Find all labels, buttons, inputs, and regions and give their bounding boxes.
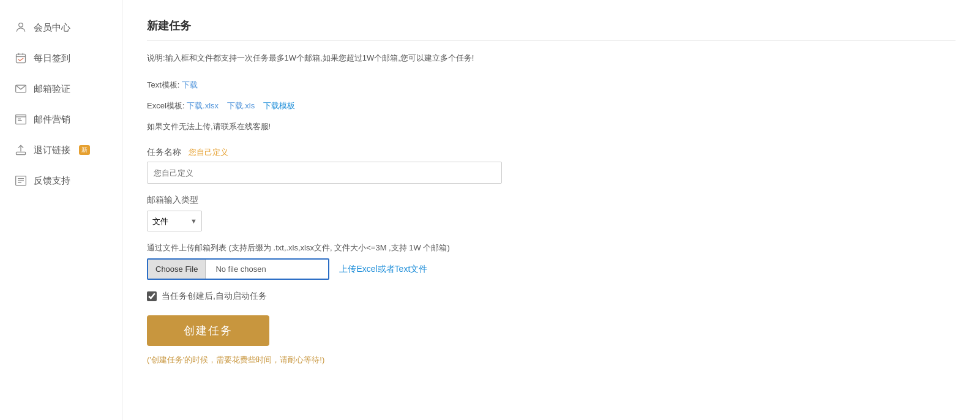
file-upload-row: Choose File No file chosen 上传Excel或者Text…	[147, 258, 956, 280]
email-type-label: 邮箱输入类型	[147, 195, 956, 206]
email-icon	[14, 82, 28, 96]
auto-start-checkbox[interactable]	[147, 291, 157, 301]
file-upload-row-section: 通过文件上传邮箱列表 (支持后缀为 .txt,.xls,xlsx文件, 文件大小…	[147, 242, 956, 280]
new-badge: 新	[79, 145, 90, 155]
excel-template-section: Excel模板: 下载.xlsx 下载.xls 下载模板	[147, 98, 956, 114]
sidebar-item-daily-signin[interactable]: 每日签到	[0, 43, 122, 73]
upload-hint-text: 如果文件无法上传,请联系在线客服!	[147, 122, 271, 131]
mail-icon	[14, 113, 28, 126]
svg-rect-6	[16, 115, 26, 124]
sidebar-item-email-marketing[interactable]: 邮件营销	[0, 104, 122, 135]
calendar-icon	[14, 51, 28, 65]
create-task-button[interactable]: 创建任务	[147, 315, 269, 346]
text-download-link[interactable]: 下载	[182, 80, 198, 89]
person-icon	[14, 21, 28, 34]
choose-file-button[interactable]: Choose File	[148, 260, 206, 279]
form-section: 任务名称 您自己定义 邮箱输入类型 文件 ▼ 通过文件上传邮箱列表 (支持后缀为…	[147, 147, 956, 366]
file-upload-customer-service: 如果文件无法上传,请联系在线客服!	[147, 119, 956, 135]
excel-template-label: Excel模板:	[147, 101, 184, 110]
upload-icon	[14, 143, 28, 157]
sidebar-item-label: 每日签到	[34, 53, 70, 64]
file-input-wrapper[interactable]: Choose File No file chosen	[147, 258, 329, 280]
sidebar-item-unsubscribe[interactable]: 退订链接 新	[0, 135, 122, 165]
svg-point-0	[19, 23, 23, 28]
svg-rect-10	[17, 152, 26, 154]
auto-start-label[interactable]: 当任务创建后,自动启动任务	[162, 291, 267, 302]
auto-start-row: 当任务创建后,自动启动任务	[147, 291, 956, 302]
task-name-row: 任务名称 您自己定义	[147, 147, 956, 184]
page-title: 新建任务	[147, 18, 956, 41]
feedback-icon	[14, 174, 28, 187]
excel-download-xls-link[interactable]: 下载.xls	[227, 101, 255, 110]
sidebar-item-feedback[interactable]: 反馈支持	[0, 165, 122, 196]
sidebar-item-email-verify[interactable]: 邮箱验证	[0, 73, 122, 104]
task-name-placeholder-hint: 您自己定义	[189, 148, 228, 157]
sidebar-item-label: 邮件营销	[34, 114, 70, 126]
sidebar: 会员中心 每日签到 邮箱验证	[0, 0, 122, 420]
footer-hint-text: ('创建任务'的时候，需要花费些时间，请耐心等待!)	[147, 354, 956, 366]
excel-download-template-link[interactable]: 下载模板	[263, 101, 295, 110]
task-name-input[interactable]	[147, 162, 502, 184]
task-name-label: 任务名称 您自己定义	[147, 147, 956, 158]
excel-download-xlsx-link[interactable]: 下载.xlsx	[187, 101, 219, 110]
text-template-label: Text模板:	[147, 80, 179, 89]
sidebar-item-member-center[interactable]: 会员中心	[0, 12, 122, 43]
upload-excel-text-link[interactable]: 上传Excel或者Text文件	[339, 264, 427, 275]
email-type-select-wrap: 文件 ▼	[147, 211, 202, 231]
sidebar-item-label: 会员中心	[34, 22, 70, 34]
sidebar-item-label: 退订链接	[34, 144, 70, 156]
sidebar-item-label: 邮箱验证	[34, 83, 70, 95]
template-section: Text模板: 下载	[147, 77, 956, 93]
sidebar-item-label: 反馈支持	[34, 175, 70, 187]
email-type-select[interactable]: 文件	[147, 211, 202, 231]
email-type-row: 邮箱输入类型 文件 ▼	[147, 195, 956, 231]
main-content: 新建任务 说明:输入框和文件都支持一次任务最多1W个邮箱,如果您超过1W个邮箱,…	[122, 0, 980, 420]
svg-rect-1	[17, 54, 26, 62]
no-file-text: No file chosen	[206, 260, 328, 279]
file-upload-hint-text: 通过文件上传邮箱列表 (支持后缀为 .txt,.xls,xlsx文件, 文件大小…	[147, 242, 956, 253]
description-text: 说明:输入框和文件都支持一次任务最多1W个邮箱,如果您超过1W个邮箱,您可以建立…	[147, 51, 956, 65]
